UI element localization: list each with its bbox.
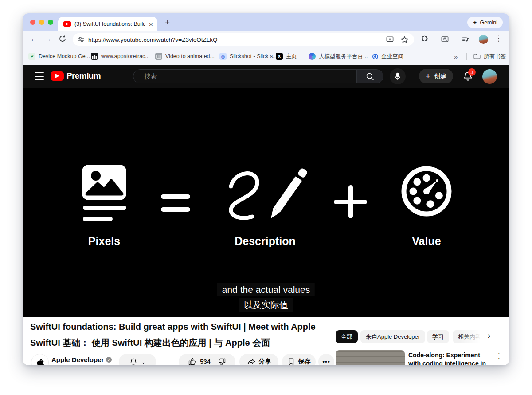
x-favicon: X [276,53,283,60]
chip-learning[interactable]: 学习 [427,330,449,343]
search-input[interactable] [133,70,356,83]
related-video-menu-icon[interactable]: ⋮ [496,352,502,360]
youtube-premium-logo[interactable]: Premium [51,71,101,81]
address-bar[interactable]: https://www.youtube.com/watch?v=Z3vloOtZ… [73,33,414,46]
subscribed-bell-icon [129,357,138,365]
share-icon [247,357,256,365]
close-window-button[interactable] [30,20,35,25]
text-line-icon [83,217,113,221]
all-bookmarks-button[interactable]: 所有书签 [473,51,506,61]
thumbs-down-icon [217,357,226,365]
caption-english: and the actual values [217,283,315,296]
tab-close-icon[interactable]: × [149,21,153,28]
bookmark-favicon: ◎ [219,53,227,60]
back-icon[interactable]: ← [30,35,38,43]
text-line-icon [83,206,126,210]
bookmark-favicon [155,53,162,60]
browser-tab[interactable]: (3) SwiftUI foundations: Build × [58,17,157,31]
bookmark-item[interactable]: ◎ Slickshot - Slick s... [219,51,278,61]
save-bookmark-icon [287,358,295,365]
youtube-masthead: Premium + 创建 3 [23,65,509,88]
chips-scroll-right-icon[interactable]: › [488,331,490,340]
subscribed-button[interactable]: ⌄ [119,354,156,365]
chip-from-channel[interactable]: 来自Apple Developer [360,330,425,343]
related-video-title[interactable]: Code-along: Experiment with coding intel… [408,351,493,365]
browser-toolbar: ← → https://www.youtube.com/watch?v=Z3vl… [23,31,509,48]
bookmark-star-icon[interactable] [400,36,409,44]
notification-badge: 3 [468,68,476,76]
tab-strip: (3) SwiftUI foundations: Build × + ✦ Gem… [23,13,509,31]
media-controls-icon[interactable] [461,35,470,44]
extensions-icon[interactable] [420,35,429,44]
gemini-button[interactable]: ✦ Gemini [467,17,503,28]
bookmark-favicon [91,53,98,60]
search-icon [365,72,375,81]
share-button[interactable]: 分享 [239,354,278,365]
plus-icon [348,185,353,218]
tab-search-icon[interactable] [441,35,450,44]
minimize-window-button[interactable] [39,20,44,25]
menu-hamburger-icon[interactable] [35,72,44,83]
save-button[interactable]: 保存 [282,354,316,365]
bookmark-item[interactable]: X 主页 [276,51,297,61]
youtube-favicon [63,21,71,27]
scribble-pencil-icon [223,162,308,222]
bookmarks-divider [466,53,467,60]
notifications-button[interactable]: 3 [462,71,474,82]
video-info-section: SwiftUI foundations: Build great apps wi… [23,317,509,365]
like-dislike-buttons[interactable]: 534 [179,354,235,365]
channel-avatar[interactable] [31,354,49,365]
create-button[interactable]: + 创建 [419,69,453,83]
pixels-label: Pixels [55,235,153,248]
maximize-window-button[interactable] [48,20,53,25]
video-title-zh: SwiftUI 基础： 使用 SwiftUI 构建出色的应用 | 与 Apple… [30,337,270,349]
url-text[interactable]: https://www.youtube.com/watch?v=Z3vloOtZ… [88,36,386,43]
bookmark-item[interactable]: Video to animated... [155,51,215,61]
browser-menu-icon[interactable]: ⋮ [495,34,502,43]
toolbar-divider [434,36,434,43]
gauge-icon [400,165,453,218]
bookmark-item[interactable]: 大模型服务平台百... [309,51,368,61]
thumbs-up-icon [188,357,197,365]
search-box [133,69,383,83]
microphone-icon [393,72,402,81]
bookmark-item[interactable]: www.appstoretrac... [91,51,150,61]
search-button[interactable] [356,70,383,83]
bookmark-item[interactable]: 企业空间 [372,51,403,61]
gemini-label: Gemini [480,20,497,26]
pill-divider [214,357,214,365]
toolbar-divider [455,36,455,43]
equals-icon [161,207,190,212]
bookmark-favicon [372,54,378,59]
chevron-down-icon: ⌄ [141,359,146,365]
video-title-en: SwiftUI foundations: Build great apps wi… [30,322,316,332]
chip-all[interactable]: 全部 [336,330,358,343]
new-tab-button[interactable]: + [165,17,170,27]
youtube-profile-avatar[interactable] [482,69,497,84]
youtube-logo-text: Premium [66,71,101,81]
forward-icon[interactable]: → [44,35,52,43]
verified-badge-icon: ✓ [106,357,112,363]
channel-row[interactable]: Apple Developer ✓ [51,356,112,363]
equals-icon [161,194,190,199]
browser-profile-avatar[interactable] [479,35,488,44]
channel-name[interactable]: Apple Developer [51,356,104,363]
install-app-icon[interactable] [386,36,394,44]
voice-search-button[interactable] [390,68,406,84]
bookmark-item[interactable]: P Device Mockup Ge... [28,51,90,61]
browser-window: (3) SwiftUI foundations: Build × + ✦ Gem… [23,13,509,365]
more-actions-button[interactable]: ••• [318,354,334,365]
reload-icon[interactable] [59,35,66,43]
bookmarks-bar: P Device Mockup Ge... www.appstoretrac..… [23,48,509,65]
chips-fade [460,329,487,344]
video-player[interactable]: Pixels Description [23,88,509,317]
photo-icon [82,165,126,200]
like-count: 534 [200,358,210,365]
bookmarks-overflow-icon[interactable]: » [454,51,458,61]
bookmark-favicon: P [28,53,35,60]
description-label: Description [216,235,314,248]
site-settings-icon[interactable] [78,36,85,43]
related-video-thumbnail[interactable] [336,350,405,365]
apple-logo-icon [36,358,44,365]
youtube-play-icon [51,71,64,81]
